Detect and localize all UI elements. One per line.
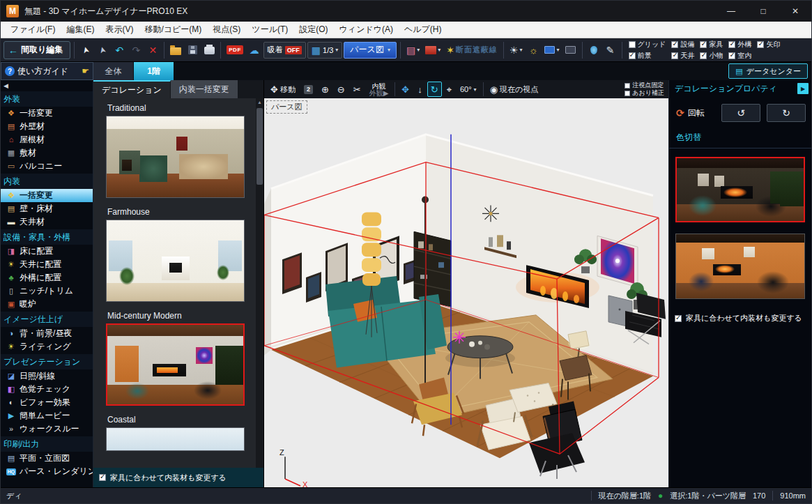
undo-button[interactable]: ↶ [112, 41, 127, 59]
select-tool-button[interactable]: ➤ [78, 41, 93, 59]
orbit-view-button[interactable]: ↻ [427, 82, 442, 97]
usage-guide-button[interactable]: ? 使い方ガイド ☛ [1, 62, 93, 80]
panel-collapse-button[interactable]: ▶ [797, 83, 809, 94]
display-toggle[interactable]: 外構 [728, 39, 751, 49]
sidebar-item[interactable]: ◑背・前景/昼夜 [1, 327, 93, 340]
tilt-correction-checkbox[interactable]: あおり補正 [625, 89, 664, 97]
maximize-button[interactable]: □ [747, 1, 779, 22]
sidebar-item[interactable]: ▣暖炉 [1, 298, 93, 311]
current-viewpoint-button[interactable]: ◉現在の視点 [487, 82, 542, 97]
rotate-ccw-button[interactable]: ↺ [721, 104, 760, 122]
view-angle-dropdown[interactable]: 60°▾ [457, 82, 480, 97]
sidebar-item[interactable]: ▭バルコニー [1, 160, 93, 173]
sunlight-button[interactable]: ☼ [526, 41, 541, 59]
section-cut-button[interactable]: ✂ [350, 82, 365, 97]
3d-viewport[interactable]: Z X パース図 [264, 98, 668, 487]
room-3d-render[interactable]: Z X [264, 98, 668, 487]
style-thumbnail-coastal[interactable] [106, 427, 245, 451]
color-variant-thumbnail-2[interactable] [675, 234, 805, 299]
sidebar-collapse-button[interactable]: ◀ [1, 81, 93, 91]
style-item[interactable]: Mid-century Modern [106, 309, 263, 406]
display-toggle[interactable]: 室内 [728, 50, 751, 61]
style-item[interactable]: Farmhouse [106, 205, 263, 302]
match-interior-checkbox[interactable]: 家具に合わせて内装材も変更する [93, 468, 263, 487]
scroll-up-icon[interactable]: ▲ [256, 98, 263, 107]
move-mode-button[interactable]: ✥移動 [267, 82, 299, 97]
material-brush-dropdown[interactable]: ▤▾ [404, 41, 422, 59]
sidebar-item[interactable]: ❖一括変更 [1, 107, 93, 120]
display-toggle[interactable]: グリッド [629, 39, 666, 49]
sidebar-item[interactable]: ◧色覚チェック [1, 383, 93, 396]
zoom-out-button[interactable]: ⊖ [334, 82, 348, 97]
open-file-button[interactable] [168, 41, 183, 59]
print-button[interactable] [201, 41, 217, 59]
two-point-walk-button[interactable]: 2 [300, 82, 316, 97]
menu-item[interactable]: ファイル(F) [5, 22, 61, 38]
color-variant-thumbnail-1[interactable] [675, 157, 805, 222]
decoration-tab[interactable]: 内装一括変更 [171, 80, 238, 98]
pan-view-button[interactable]: ✥ [398, 82, 413, 97]
sidebar-item[interactable]: ◐ビフォー効果 [1, 396, 93, 409]
sidebar-item[interactable]: ▤外壁材 [1, 120, 93, 133]
menu-item[interactable]: 移動/コピー(M) [139, 22, 207, 38]
cloud-upload-button[interactable]: ☁ [247, 41, 262, 59]
scrollbar[interactable]: ▲ [256, 98, 263, 468]
eye-height-button[interactable]: ⌖ [443, 82, 455, 97]
save-button[interactable] [185, 41, 200, 59]
view-mode-dropdown[interactable]: パース図 ▾ [344, 42, 397, 59]
sidebar-item[interactable]: ▤壁・床材 [1, 202, 93, 215]
delete-button[interactable]: ✕ [145, 41, 160, 59]
furniture-interior-checkbox[interactable]: 家具に合わせて内装材も変更する [669, 310, 811, 326]
display-toggle[interactable]: 家具 [700, 39, 723, 49]
sidebar-item[interactable]: ⌂屋根材 [1, 133, 93, 146]
pen-tool-button[interactable]: ✎ [603, 41, 618, 59]
minimize-button[interactable]: — [715, 1, 747, 22]
section-occlusion-toggle[interactable]: ✶ 断面遮蔽線 [444, 41, 500, 59]
starburst-decor[interactable] [482, 205, 499, 222]
style-thumbnail-midcentury[interactable] [106, 323, 245, 406]
sidebar-item[interactable]: ◪日照/斜線 [1, 369, 93, 383]
display-toggle[interactable]: 設備 [671, 39, 694, 49]
floor-tab[interactable]: 全体 [93, 62, 134, 80]
display-toggle[interactable]: 天井 [671, 50, 694, 61]
menu-item[interactable]: ツール(T) [246, 22, 293, 38]
decoration-tab[interactable]: デコレーション [93, 80, 171, 98]
display-toggle[interactable]: 矢印 [757, 39, 780, 49]
style-item[interactable]: Coastal [106, 413, 263, 451]
pdf-export-button[interactable]: PDF [224, 41, 245, 59]
floor-tab[interactable]: 1階 [134, 62, 174, 80]
style-item[interactable]: Traditional [106, 101, 263, 198]
texture-drop-button[interactable] [586, 41, 602, 59]
data-center-button[interactable]: ▤ データセンター [728, 63, 808, 79]
capture-button[interactable] [563, 41, 579, 59]
sidebar-item[interactable]: ☀ライティング [1, 340, 93, 353]
style-thumbnail-farmhouse[interactable] [106, 220, 245, 302]
fix-gaze-checkbox[interactable]: 注視点固定 [625, 82, 664, 89]
sidebar-item[interactable]: HQパース・レンダリング [1, 465, 93, 478]
menu-item[interactable]: 編集(E) [61, 22, 100, 38]
sidebar-item[interactable]: ◨床に配置 [1, 245, 93, 258]
sidebar-item[interactable]: ❖一括変更 [1, 189, 93, 202]
multi-select-tool-button[interactable]: ➤ [95, 41, 110, 59]
sidebar-item[interactable]: ☀天井に配置 [1, 258, 93, 271]
menu-item[interactable]: ウィンドウ(A) [334, 22, 399, 38]
display-toggle[interactable]: 小物 [700, 50, 723, 61]
floorplan-edit-button[interactable]: ← 間取り編集 [3, 41, 70, 59]
sidebar-item[interactable]: ▬天井材 [1, 215, 93, 229]
snap-toggle-button[interactable]: 吸着 OFF [263, 42, 306, 59]
grid-scale-dropdown[interactable]: ▦ 1/3 ▾ [307, 42, 343, 59]
style-thumbnail-traditional[interactable] [106, 116, 245, 198]
close-button[interactable]: ✕ [779, 1, 811, 22]
roof-display-dropdown[interactable]: ▾ [423, 41, 443, 59]
sidebar-item[interactable]: ▶簡単ムービー [1, 409, 93, 422]
menu-item[interactable]: ヘルプ(H) [399, 22, 447, 38]
brightness-dropdown[interactable]: ☀▾ [507, 41, 525, 59]
sidebar-item[interactable]: ▤平面・立面図 [1, 452, 93, 465]
menu-item[interactable]: 設定(O) [293, 22, 333, 38]
menu-item[interactable]: 視点(S) [207, 22, 246, 38]
display-toggle[interactable]: 前景 [629, 50, 666, 61]
interior-exterior-toggle[interactable]: 内観 外観▶ [366, 82, 392, 97]
move-down-button[interactable]: ↓ [414, 82, 426, 97]
rotate-cw-button[interactable]: ↻ [767, 104, 806, 122]
scrollbar-thumb[interactable] [256, 108, 263, 185]
